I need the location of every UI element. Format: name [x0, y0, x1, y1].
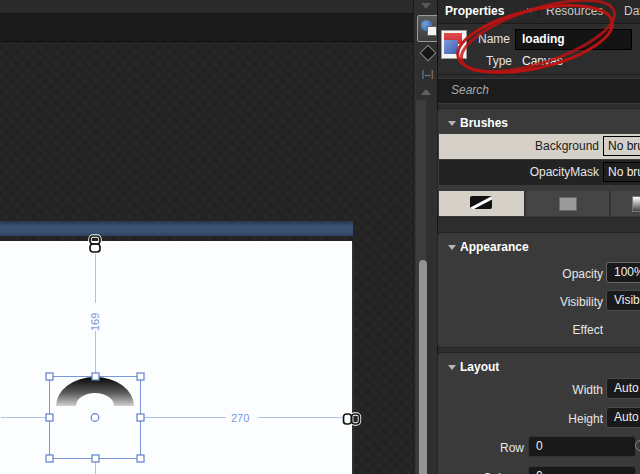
view-switcher-strip: |↔| — [413, 0, 438, 474]
scroll-down-icon[interactable] — [421, 3, 431, 9]
opacity-label: Opacity — [461, 267, 603, 281]
chevron-down-icon[interactable] — [448, 245, 456, 250]
xaml-view-icon — [420, 45, 437, 62]
property-row-height: Height Auto — [439, 407, 640, 432]
tab-data[interactable]: Data — [624, 0, 640, 22]
gradient-brush-icon — [632, 196, 640, 212]
opacity-value[interactable]: 100% — [606, 262, 640, 283]
background-value[interactable]: No brush — [603, 136, 640, 156]
no-brush-icon — [470, 196, 492, 209]
element-name-input[interactable]: loading — [515, 29, 632, 50]
height-label: Height — [461, 412, 603, 426]
no-brush-button[interactable] — [439, 191, 524, 216]
design-header-rectangle[interactable] — [0, 221, 353, 236]
column-value-input[interactable]: 0 — [528, 466, 636, 474]
brush-type-buttons — [439, 191, 640, 216]
workspace-top-band — [0, 0, 413, 14]
row-label: Row — [442, 441, 524, 455]
chevron-down-icon[interactable] — [448, 121, 456, 126]
property-row-opacitymask[interactable]: OpacityMask No brush — [439, 160, 640, 185]
visibility-label: Visibility — [461, 295, 603, 309]
vertical-scrollbar[interactable] — [416, 100, 426, 474]
artboard-workspace — [0, 0, 413, 474]
search-input[interactable]: Search — [438, 78, 640, 104]
split-view-button[interactable]: |↔| — [418, 67, 436, 81]
solid-color-brush-button[interactable] — [526, 191, 609, 216]
background-label: Background — [459, 139, 599, 153]
tab-properties[interactable]: Properties — [445, 0, 504, 22]
row-value-input[interactable]: 0 — [528, 436, 636, 457]
property-row-visibility: Visibility Visible — [439, 290, 640, 315]
divider — [438, 74, 640, 75]
property-row-row: Row 0 — [439, 436, 640, 461]
design-view-button[interactable] — [417, 15, 439, 42]
split-view-icon: |↔| — [422, 69, 433, 79]
search-placeholder: Search — [451, 83, 489, 97]
property-row-background[interactable]: Background No brush — [439, 134, 640, 159]
properties-panel: Properties × Resources Data Name loading… — [437, 0, 640, 474]
document-tab-band — [0, 14, 413, 42]
section-appearance: Appearance Opacity 100% Visibility Visib… — [437, 232, 640, 348]
advanced-options-button[interactable] — [635, 440, 640, 451]
artboard-canvas[interactable] — [0, 241, 354, 474]
visibility-value[interactable]: Visible — [606, 290, 640, 311]
property-row-opacity: Opacity 100% — [439, 262, 640, 287]
solid-color-brush-icon — [559, 197, 577, 211]
section-brushes-title[interactable]: Brushes — [460, 116, 508, 130]
close-icon[interactable]: × — [526, 0, 532, 22]
property-row-column: Column 0 — [439, 466, 640, 474]
scroll-up-icon[interactable] — [421, 89, 431, 95]
gradient-brush-button[interactable] — [611, 191, 640, 216]
panel-tab-bar: Properties × Resources Data — [438, 0, 640, 24]
section-layout: Layout Width Auto Height Auto Row 0 Colu… — [437, 352, 640, 474]
width-value[interactable]: Auto — [606, 378, 640, 399]
section-appearance-title[interactable]: Appearance — [460, 240, 529, 254]
height-value[interactable]: Auto — [606, 407, 640, 428]
type-value: Canvas — [522, 54, 563, 68]
vertical-scrollbar-thumb[interactable] — [419, 260, 427, 474]
tab-separator — [614, 3, 615, 19]
xaml-view-button[interactable] — [419, 44, 435, 61]
effect-label: Effect — [461, 323, 603, 337]
expression-blend-window: { "colors": { "panel_bg": "#2d2d2d", "gr… — [0, 0, 640, 474]
opacitymask-value[interactable]: No brush — [603, 162, 640, 182]
tab-resources[interactable]: Resources — [546, 0, 603, 22]
section-brushes: Brushes Background No brush OpacityMask … — [437, 108, 640, 218]
section-layout-title[interactable]: Layout — [460, 360, 499, 374]
tab-separator — [538, 3, 539, 19]
opacitymask-label: OpacityMask — [459, 165, 599, 179]
chevron-down-icon[interactable] — [448, 365, 456, 370]
name-label: Name — [438, 32, 510, 46]
property-row-width: Width Auto — [439, 378, 640, 403]
width-label: Width — [461, 383, 603, 397]
type-label: Type — [438, 54, 512, 68]
property-row-effect: Effect — [439, 318, 640, 343]
